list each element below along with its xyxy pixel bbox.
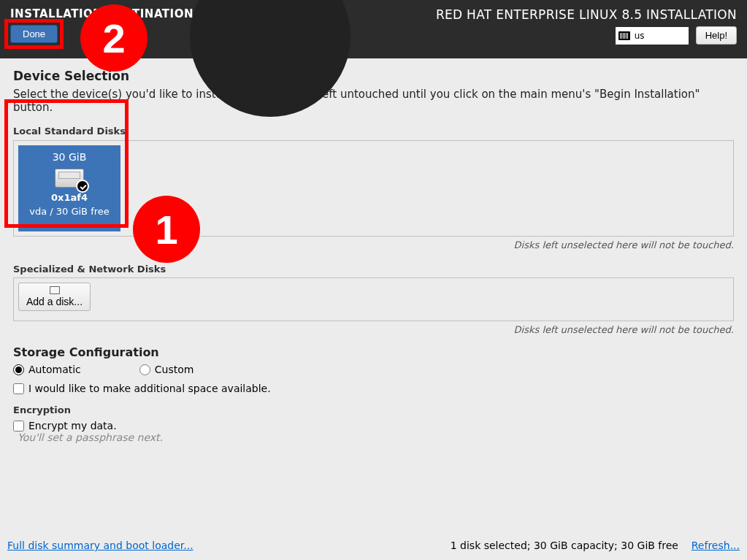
encryption-hint: You'll set a passphrase next.	[18, 431, 163, 443]
annotation-circle-2: 2	[80, 4, 148, 72]
help-button[interactable]: Help!	[696, 26, 737, 45]
footer-right: 1 disk selected; 30 GiB capacity; 30 GiB…	[451, 540, 740, 551]
full-disk-summary-link[interactable]: Full disk summary and boot loader...	[7, 540, 194, 551]
encryption-heading: Encryption	[13, 404, 734, 415]
content-area: Device Selection Select the device(s) yo…	[0, 58, 747, 443]
add-disk-button[interactable]: Add a disk...	[18, 283, 91, 311]
annotation-box-done	[4, 19, 64, 49]
checkbox-additional-space[interactable]: I would like to make additional space av…	[13, 383, 734, 394]
radio-custom-label: Custom	[155, 364, 194, 375]
network-disks-label: Specialized & Network Disks	[13, 264, 734, 275]
keyboard-layout-indicator[interactable]: us	[616, 27, 689, 45]
radio-custom[interactable]: Custom	[139, 364, 194, 375]
checkbox-additional-space-input[interactable]	[13, 383, 24, 394]
storage-config-heading: Storage Configuration	[13, 345, 734, 359]
local-disks-note: Disks left unselected here will not be t…	[13, 239, 734, 250]
annotation-circle-1: 1	[133, 196, 200, 263]
network-disks-container: Add a disk...	[13, 277, 734, 321]
disk-small-icon	[50, 286, 60, 294]
checkbox-encrypt-label: Encrypt my data.	[28, 420, 117, 431]
annotation-box-disk	[4, 99, 129, 228]
checkbox-encrypt-input[interactable]	[13, 421, 24, 431]
network-disks-note: Disks left unselected here will not be t…	[13, 324, 734, 335]
checkbox-additional-space-label: I would like to make additional space av…	[28, 383, 271, 394]
add-disk-label: Add a disk...	[26, 296, 83, 307]
radio-automatic-label: Automatic	[28, 364, 81, 375]
refresh-link[interactable]: Refresh...	[692, 540, 740, 551]
radio-automatic-input[interactable]	[13, 364, 24, 375]
footer-bar: Full disk summary and boot loader... 1 d…	[0, 535, 747, 560]
installation-title: RED HAT ENTERPRISE LINUX 8.5 INSTALLATIO…	[436, 7, 737, 22]
footer-status: 1 disk selected; 30 GiB capacity; 30 GiB…	[451, 540, 678, 551]
keyboard-layout-label: us	[635, 31, 645, 41]
radio-automatic[interactable]: Automatic	[13, 364, 81, 375]
device-selection-heading: Device Selection	[13, 69, 734, 83]
keyboard-icon	[618, 31, 630, 40]
checkbox-encrypt[interactable]: Encrypt my data.	[13, 420, 734, 431]
radio-custom-input[interactable]	[139, 364, 150, 375]
